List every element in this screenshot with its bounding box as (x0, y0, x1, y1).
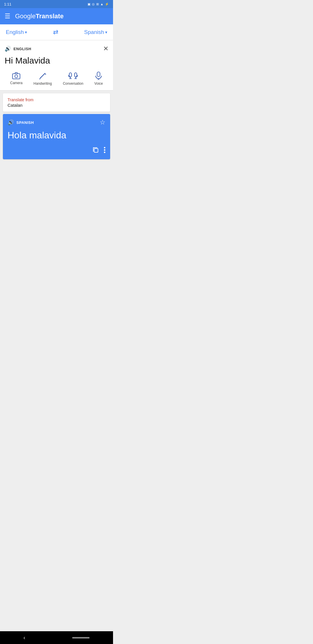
svg-rect-14 (94, 149, 98, 152)
conversation-label: Conversation (63, 82, 83, 86)
swap-icon: ⇄ (53, 28, 58, 36)
more-options-button[interactable] (104, 146, 105, 155)
svg-line-4 (40, 78, 40, 79)
conversation-icon (68, 72, 78, 80)
voice-tool[interactable]: Voice (94, 72, 103, 86)
app-title: Google Translate (15, 12, 64, 20)
translated-text: Hola malavida (8, 130, 105, 141)
source-language-button[interactable]: English ▾ (6, 29, 27, 35)
source-language-label: English (6, 29, 24, 35)
target-language-label: Spanish (84, 29, 104, 35)
svg-rect-5 (69, 73, 72, 77)
output-speaker-icon[interactable]: 🔊 (8, 119, 14, 126)
svg-rect-0 (12, 74, 20, 79)
camera-tool[interactable]: Camera (10, 72, 23, 86)
conversation-tool[interactable]: Conversation (63, 72, 83, 86)
clear-input-button[interactable]: ✕ (103, 45, 108, 53)
language-selector-bar: English ▾ ⇄ Spanish ▾ (0, 24, 113, 40)
output-lang-text: SPANISH (17, 120, 34, 125)
copy-button[interactable] (92, 146, 99, 155)
tools-row: Camera Handwriting Conversation (5, 70, 108, 87)
swap-languages-button[interactable]: ⇄ (53, 28, 58, 36)
svg-rect-11 (97, 72, 100, 77)
translate-from-language: Catalan (8, 103, 105, 108)
target-language-chevron: ▾ (105, 30, 107, 35)
voice-icon (94, 72, 103, 80)
input-text[interactable]: Hi Malavida (5, 55, 108, 66)
status-bar: 1:11 ▣ ◎ ⊞ ▲ ⚡ (0, 0, 113, 8)
svg-line-2 (40, 73, 45, 78)
output-language-label: 🔊 SPANISH (8, 119, 34, 126)
handwriting-tool[interactable]: Handwriting (34, 72, 52, 86)
input-lang-text: ENGLISH (14, 47, 31, 51)
svg-point-1 (15, 75, 18, 78)
target-language-button[interactable]: Spanish ▾ (84, 29, 107, 35)
app-title-google: Google (15, 12, 36, 20)
status-icons: ▣ ◎ ⊞ ▲ ⚡ (88, 2, 109, 6)
voice-label: Voice (94, 82, 103, 86)
battery-icon: ⚡ (105, 2, 109, 6)
favorite-button[interactable]: ☆ (100, 119, 105, 126)
svg-point-16 (104, 149, 105, 151)
source-language-chevron: ▾ (25, 30, 27, 35)
input-header: 🔊 ENGLISH ✕ (5, 45, 108, 53)
output-header: 🔊 SPANISH ☆ (8, 119, 105, 126)
signal-icon: ▲ (100, 2, 103, 6)
app-bar: ☰ Google Translate (0, 8, 113, 24)
app-title-translate: Translate (36, 12, 64, 20)
handwriting-icon (39, 72, 47, 80)
translation-output-card: 🔊 SPANISH ☆ Hola malavida (3, 114, 110, 159)
sync-icon: ◎ (92, 2, 95, 6)
svg-point-15 (104, 147, 105, 149)
status-time: 1:11 (4, 2, 11, 6)
vibrate-icon: ⊞ (96, 2, 99, 6)
svg-marker-3 (45, 73, 46, 75)
translate-from-card: Translate from Catalan (3, 93, 110, 112)
camera-icon (12, 72, 20, 79)
menu-button[interactable]: ☰ (5, 12, 10, 20)
input-language-label: 🔊 ENGLISH (5, 46, 31, 52)
handwriting-label: Handwriting (34, 82, 52, 86)
input-area: 🔊 ENGLISH ✕ Hi Malavida Camera Handwriti… (0, 40, 113, 91)
svg-point-17 (104, 152, 105, 153)
input-speaker-icon[interactable]: 🔊 (5, 46, 11, 52)
notification-icon: ▣ (88, 2, 90, 6)
svg-rect-8 (74, 73, 77, 77)
output-actions (8, 146, 105, 155)
camera-label: Camera (10, 81, 23, 85)
translate-from-label: Translate from (8, 97, 105, 102)
